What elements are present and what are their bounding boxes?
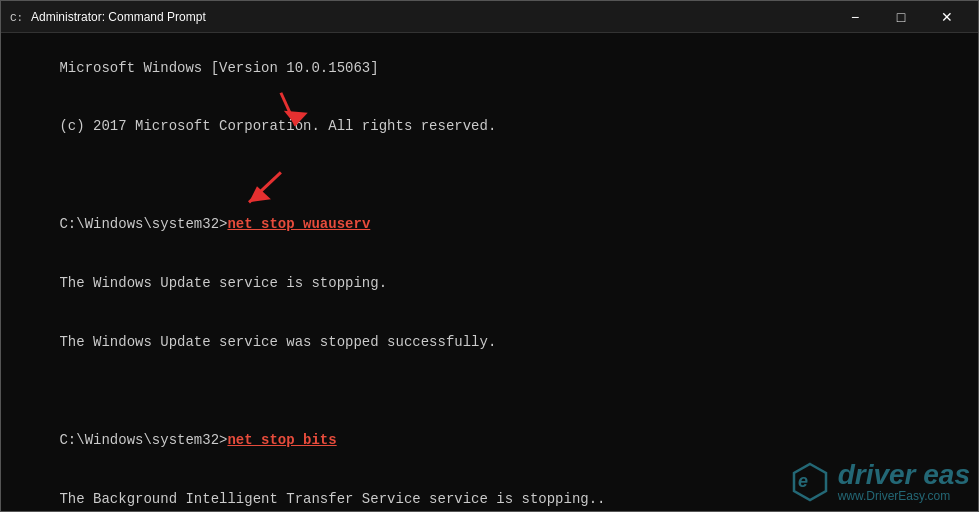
svg-text:e: e bbox=[798, 471, 808, 491]
terminal-body[interactable]: Microsoft Windows [Version 10.0.15063] (… bbox=[1, 33, 978, 511]
line-stopped1: The Windows Update service was stopped s… bbox=[59, 334, 496, 350]
watermark-url: www.DriverEasy.com bbox=[838, 489, 970, 503]
watermark: e driver eas www.DriverEasy.com bbox=[790, 461, 970, 503]
title-bar-controls: − □ ✕ bbox=[832, 1, 970, 33]
line-copyright: (c) 2017 Microsoft Corporation. All righ… bbox=[59, 118, 496, 134]
line-prompt1: C:\Windows\system32>net stop wuauserv bbox=[59, 216, 370, 232]
line-prompt2: C:\Windows\system32>net stop bits bbox=[59, 432, 336, 448]
window-title: Administrator: Command Prompt bbox=[31, 10, 832, 24]
window: C: Administrator: Command Prompt − □ ✕ M… bbox=[0, 0, 979, 512]
line-version: Microsoft Windows [Version 10.0.15063] bbox=[59, 60, 378, 76]
close-button[interactable]: ✕ bbox=[924, 1, 970, 33]
cmd2-highlight: net stop bits bbox=[227, 432, 336, 448]
minimize-button[interactable]: − bbox=[832, 1, 878, 33]
watermark-text-block: driver eas www.DriverEasy.com bbox=[838, 461, 970, 503]
line-stopping2: The Background Intelligent Transfer Serv… bbox=[59, 491, 605, 507]
watermark-logo-icon: e bbox=[790, 462, 830, 502]
svg-text:C:: C: bbox=[10, 12, 23, 24]
cmd-icon: C: bbox=[9, 9, 25, 25]
terminal-output: Microsoft Windows [Version 10.0.15063] (… bbox=[9, 39, 970, 511]
maximize-button[interactable]: □ bbox=[878, 1, 924, 33]
cmd1-highlight: net stop wuauserv bbox=[227, 216, 370, 232]
title-bar: C: Administrator: Command Prompt − □ ✕ bbox=[1, 1, 978, 33]
watermark-brand: driver eas bbox=[838, 461, 970, 489]
line-stopping1: The Windows Update service is stopping. bbox=[59, 275, 387, 291]
